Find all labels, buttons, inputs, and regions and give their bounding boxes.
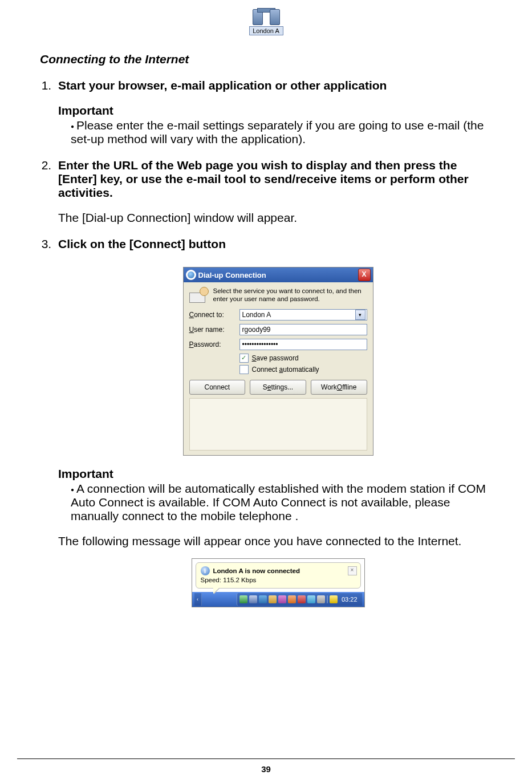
tray-app2-icon[interactable]	[288, 595, 296, 603]
dialog-intro-text: Select the service you want to connect t…	[213, 287, 367, 303]
step-3-title: Click on the [Connect] button	[58, 237, 226, 250]
taskbar: ‹	[192, 592, 364, 607]
dialog-app-icon	[186, 270, 196, 280]
tray-gear-icon[interactable]	[317, 595, 325, 603]
connect-auto-label: Connect automatically	[252, 366, 319, 374]
username-label: User name:	[189, 326, 235, 334]
page-number: 39	[0, 764, 532, 774]
username-input[interactable]	[239, 324, 367, 335]
tray-screenshot: i London A is now connected Speed: 115.2…	[192, 558, 365, 607]
tray-volume-icon[interactable]	[249, 595, 257, 603]
phone-pair-icon	[251, 5, 281, 25]
chevron-down-icon[interactable]: ▾	[355, 310, 366, 320]
system-tray: 03:22	[237, 593, 362, 606]
step-3: Click on the [Connect] button Dial-up Co…	[55, 237, 498, 607]
connection-icon-label: London A	[249, 26, 283, 35]
bullet-icon: ●	[71, 486, 76, 493]
step-1: Start your browser, e-mail application o…	[55, 79, 498, 146]
connect-to-value: London A	[242, 311, 271, 319]
tray-search-icon[interactable]	[307, 595, 315, 603]
save-password-label: Save password	[252, 354, 299, 362]
tray-shield-icon[interactable]	[269, 595, 277, 603]
balloon-close-icon[interactable]: ×	[348, 566, 357, 575]
modem-phone-icon	[189, 287, 209, 303]
section-title: Connecting to the Internet	[40, 52, 498, 66]
important-text-1: ●Please enter the e-mail settings separa…	[58, 119, 498, 146]
close-icon[interactable]: X	[358, 269, 371, 281]
step-2: Enter the URL of the Web page you wish t…	[55, 159, 498, 225]
balloon-tail-icon	[213, 588, 219, 594]
save-password-row[interactable]: ✓ Save password	[239, 354, 367, 363]
settings-button[interactable]: Settings...	[250, 380, 306, 395]
taskbar-clock[interactable]: 03:22	[339, 596, 360, 603]
step-3-after: The following message will appear once y…	[58, 534, 498, 548]
bullet-icon: ●	[71, 123, 76, 129]
tray-expand-icon[interactable]: ‹	[194, 593, 202, 606]
dialog-intro: Select the service you want to connect t…	[189, 287, 367, 303]
connect-button[interactable]: Connect	[189, 380, 246, 395]
save-password-checkbox[interactable]: ✓	[239, 354, 249, 363]
connection-icon-block: London A	[249, 5, 283, 35]
step-1-title: Start your browser, e-mail application o…	[58, 79, 387, 92]
tray-app1-icon[interactable]	[278, 595, 286, 603]
dialog-status-area	[189, 398, 367, 451]
step-2-title: Enter the URL of the Web page you wish t…	[58, 159, 469, 199]
tray-bluetooth-icon[interactable]	[259, 595, 267, 603]
important-text-2: ●A connection will be automatically esta…	[58, 482, 498, 523]
notification-balloon: i London A is now connected Speed: 115.2…	[196, 562, 361, 589]
connect-to-combo[interactable]: London A ▾	[239, 309, 367, 320]
password-input[interactable]	[239, 339, 367, 350]
connect-auto-row[interactable]: Connect automatically	[239, 365, 367, 374]
info-icon: i	[201, 566, 210, 575]
tray-network-icon[interactable]	[239, 595, 247, 603]
connect-auto-checkbox[interactable]	[239, 365, 249, 374]
step-2-after: The [Dial-up Connection] window will app…	[58, 211, 498, 225]
tray-separator	[327, 595, 328, 603]
dialog-title: Dial-up Connection	[198, 271, 356, 279]
password-label: Password:	[189, 340, 235, 348]
important-heading-1: Important	[58, 104, 498, 117]
balloon-title: London A is now connected	[213, 567, 300, 574]
tray-alert-icon[interactable]	[330, 595, 338, 603]
dialog-titlebar: Dial-up Connection X	[184, 267, 373, 282]
dialup-dialog: Dial-up Connection X Select the service …	[183, 267, 373, 456]
work-offline-button[interactable]: Work Offline	[311, 380, 367, 395]
tray-app3-icon[interactable]	[298, 595, 306, 603]
balloon-speed: Speed: 115.2 Kbps	[201, 577, 356, 583]
important-heading-2: Important	[58, 467, 498, 481]
connect-to-label: Connect to:	[189, 311, 235, 319]
footer-rule	[17, 758, 515, 759]
